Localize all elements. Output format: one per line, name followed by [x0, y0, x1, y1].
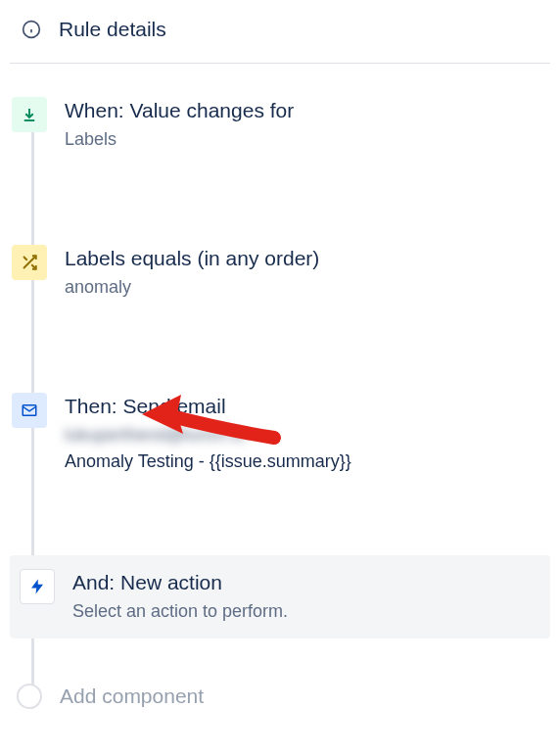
rule-timeline: When: Value changes for Labels Labels eq… [0, 85, 560, 709]
step-condition-title: Labels equals (in any order) [65, 247, 540, 270]
add-component-button[interactable]: Add component [10, 674, 550, 709]
redacted-email: lukuperthend@lunch.io [65, 422, 245, 449]
header-title: Rule details [59, 18, 166, 41]
step-trigger[interactable]: When: Value changes for Labels [10, 85, 550, 165]
header-rule-details[interactable]: Rule details [0, 0, 560, 63]
condition-icon [12, 245, 47, 280]
step-new-action-subtitle: Select an action to perform. [72, 598, 540, 625]
step-condition-subtitle: anomaly [65, 274, 540, 301]
new-action-icon [20, 569, 55, 604]
step-trigger-title: When: Value changes for [65, 99, 540, 122]
step-condition-content: Labels equals (in any order) anomaly [65, 245, 540, 301]
step-action-email-recipient: lukuperthend@lunch.io [65, 422, 540, 449]
svg-line-7 [23, 257, 27, 260]
step-action-email-title: Then: Send email [65, 395, 540, 418]
add-component-label: Add component [60, 685, 204, 708]
step-action-email-content: Then: Send email lukuperthend@lunch.io A… [65, 393, 540, 475]
info-icon [22, 20, 41, 39]
step-action-email[interactable]: Then: Send email lukuperthend@lunch.io A… [10, 381, 550, 487]
step-new-action-title: And: New action [72, 571, 540, 594]
add-circle-icon [17, 684, 42, 709]
step-new-action[interactable]: And: New action Select an action to perf… [10, 555, 550, 638]
divider [10, 63, 550, 64]
step-trigger-subtitle: Labels [65, 126, 540, 153]
step-action-email-subject: Anomaly Testing - {{issue.summary}} [65, 449, 540, 475]
step-trigger-content: When: Value changes for Labels [65, 97, 540, 153]
step-condition[interactable]: Labels equals (in any order) anomaly [10, 233, 550, 312]
email-icon [12, 393, 47, 428]
trigger-icon [12, 97, 47, 132]
step-new-action-content: And: New action Select an action to perf… [72, 569, 540, 625]
